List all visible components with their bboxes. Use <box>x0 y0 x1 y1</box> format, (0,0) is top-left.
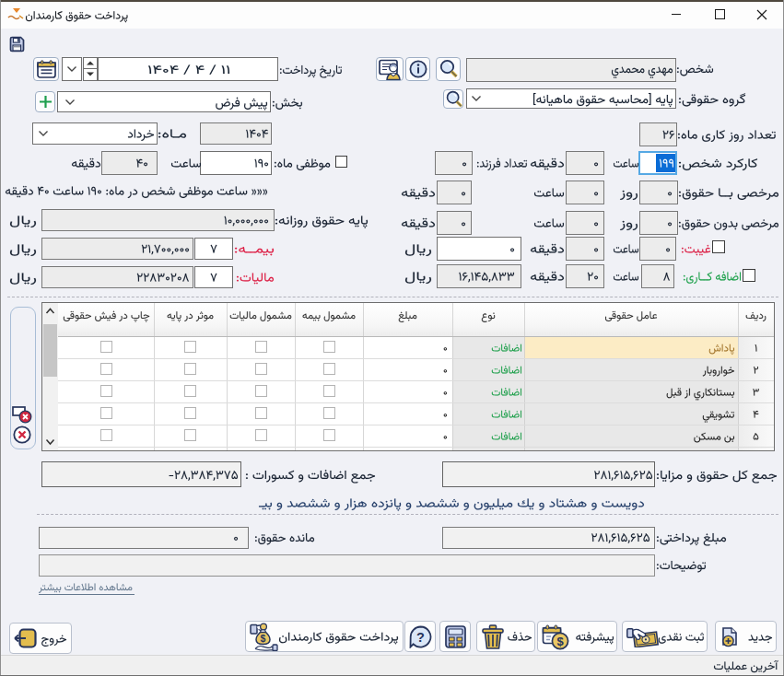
svg-text:$: $ <box>556 635 564 648</box>
svg-text:$: $ <box>261 633 266 644</box>
svg-text:?: ? <box>416 630 425 645</box>
